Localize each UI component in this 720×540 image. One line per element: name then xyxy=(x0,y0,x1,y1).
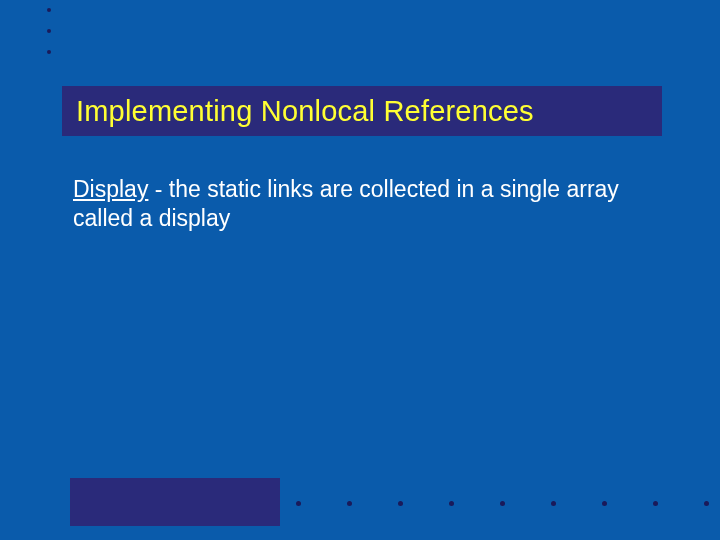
dot-icon xyxy=(47,8,51,12)
dot-icon xyxy=(602,501,607,506)
slide-title: Implementing Nonlocal References xyxy=(76,95,534,128)
body-area: Display - the static links are collected… xyxy=(73,175,633,233)
dot-icon xyxy=(47,50,51,54)
dot-icon xyxy=(398,501,403,506)
dot-icon xyxy=(347,501,352,506)
dot-icon xyxy=(500,501,505,506)
dot-icon xyxy=(551,501,556,506)
body-paragraph: Display - the static links are collected… xyxy=(73,175,633,233)
dot-icon xyxy=(47,29,51,33)
dot-icon xyxy=(296,501,301,506)
decorative-bottom-dots xyxy=(296,501,709,506)
term: Display xyxy=(73,176,148,202)
definition-text: - the static links are collected in a si… xyxy=(73,176,619,231)
decorative-bottom-bar xyxy=(70,478,280,526)
dot-icon xyxy=(653,501,658,506)
dot-icon xyxy=(449,501,454,506)
dot-icon xyxy=(704,501,709,506)
slide: Implementing Nonlocal References Display… xyxy=(0,0,720,540)
decorative-top-dots xyxy=(47,8,51,71)
title-bar: Implementing Nonlocal References xyxy=(62,86,662,136)
